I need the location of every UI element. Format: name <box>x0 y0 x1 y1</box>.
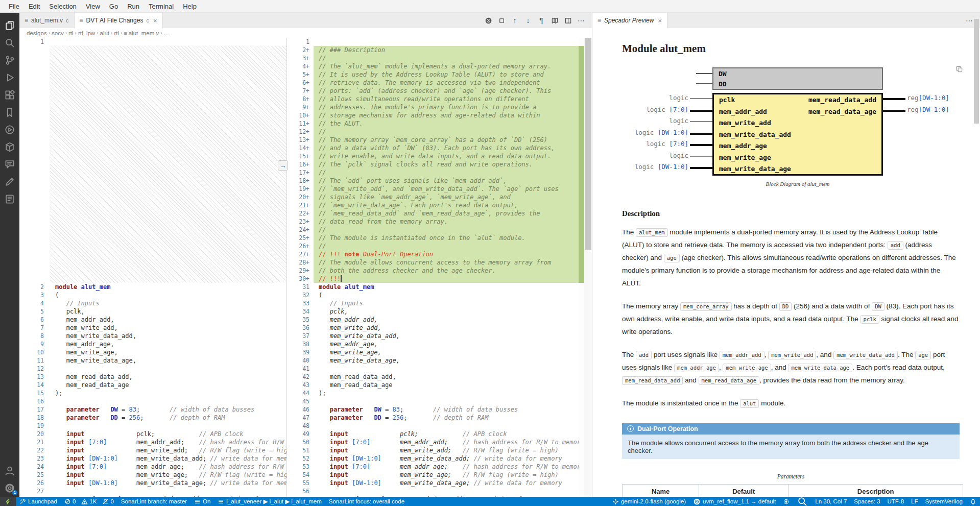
code-line[interactable]: 39 mem_write_age, <box>287 348 579 356</box>
code-line[interactable]: 48 <box>287 422 579 430</box>
arrow-down-icon[interactable]: ↓ <box>522 15 534 26</box>
code-line[interactable]: 55 input [DW-1:0] mem_write_data_age; //… <box>287 479 579 487</box>
code-line[interactable]: 26 input [DW-1:0] mem_write_data_age; //… <box>19 479 286 487</box>
sonarlint-focus[interactable]: SonarLint focus: overall code <box>325 497 408 506</box>
remote-indicator[interactable] <box>0 497 16 506</box>
code-line[interactable]: 6 mem_addr_add, <box>19 316 286 324</box>
code-line[interactable]: 35 mem_addr_add, <box>287 316 579 324</box>
code-line[interactable]: 50 input [7:0] mem_addr_add; // hash add… <box>287 438 579 446</box>
code-line[interactable]: 21+// `mem_write_data_age`. Each port's … <box>287 201 579 209</box>
tab-alut-mem-v[interactable]: ≡alut_mem.vc <box>19 13 75 28</box>
code-line[interactable]: 16 <box>19 397 286 405</box>
encoding[interactable]: UTF-8 <box>883 497 907 506</box>
scrollbar-thumb[interactable] <box>585 38 591 250</box>
code-line[interactable]: 5 pclk, <box>19 307 286 316</box>
map-icon[interactable] <box>549 15 560 26</box>
code-line[interactable]: 17+// <box>287 168 579 177</box>
account-icon[interactable] <box>0 462 19 479</box>
files-icon[interactable] <box>0 17 19 34</box>
code-line[interactable]: 25 input mem_write_age; // R/W flag (wri… <box>19 471 286 479</box>
code-line[interactable]: 18+// The `add` port uses signals like `… <box>287 177 579 185</box>
code-line[interactable]: 47 parameter DD = 256; // depth of RAM <box>287 414 579 422</box>
code-line[interactable]: 15); <box>19 389 286 397</box>
code-line[interactable]: 6+// retrieve data. The memory is access… <box>287 79 579 87</box>
editor-scrollbar[interactable] <box>584 38 592 497</box>
code-line[interactable]: 9+// addresses. The module's primary fun… <box>287 103 579 111</box>
close-icon[interactable]: × <box>153 17 157 25</box>
arrow-up-icon[interactable]: ↑ <box>509 15 520 26</box>
breadcrumb-item[interactable]: rtl_lpw <box>78 30 95 36</box>
code-line[interactable]: 15+// write enable, and write data input… <box>287 152 579 160</box>
code-line[interactable]: 32( <box>287 291 579 299</box>
code-line[interactable]: 21 input [7:0] mem_addr_add; // hash add… <box>19 438 286 446</box>
code-line[interactable]: 33 // Inputs <box>287 299 579 307</box>
code-line[interactable]: 30+// !!! <box>287 275 579 283</box>
breadcrumb-item[interactable]: designs <box>27 30 47 36</box>
code-line[interactable]: 2+// ### Description <box>287 46 579 54</box>
code-line[interactable]: 10+// storage mechanism for address and … <box>287 111 579 119</box>
code-line[interactable]: 4 // Inputs <box>19 299 286 307</box>
code-line[interactable]: 37 mem_write_data_add, <box>287 332 579 340</box>
code-line[interactable]: 41 <box>287 365 579 373</box>
comments-icon[interactable] <box>0 156 19 173</box>
code-line[interactable]: 8+// allows simultaneous read/write oper… <box>287 95 579 103</box>
breadcrumb-item[interactable]: alut <box>100 30 110 36</box>
code-line[interactable]: 10 mem_write_age, <box>19 348 286 356</box>
code-line[interactable]: 40 mem_write_data_age, <box>287 356 579 365</box>
ai-model[interactable]: gemini-2.0-flash (google) <box>609 497 689 506</box>
sonarlint-branch[interactable]: SonarLint branch: master <box>117 497 190 506</box>
uvm-flow[interactable]: uvm_ref_flow_1.1 → default <box>689 497 779 506</box>
code-line[interactable]: 1 <box>19 38 286 46</box>
code-line[interactable]: 18 parameter DD = 256; // depth of RAM <box>19 414 286 422</box>
code-line[interactable]: 8 mem_write_data_add, <box>19 332 286 340</box>
code-line[interactable]: 11+// the ALUT. <box>287 119 579 128</box>
breadcrumb-file[interactable]: alut_mem.v <box>129 30 159 36</box>
code-line[interactable]: 11 mem_write_data_age, <box>19 356 286 365</box>
menu-file[interactable]: File <box>4 3 24 10</box>
run-circle-icon[interactable] <box>0 121 19 138</box>
code-line[interactable]: 46 parameter DW = 83; // width of data b… <box>287 405 579 414</box>
extensions-icon[interactable] <box>0 86 19 104</box>
code-line[interactable]: 7 mem_write_add, <box>19 324 286 332</box>
code-line[interactable]: 16+// The `pclk` signal clocks all read … <box>287 160 579 168</box>
code-line[interactable]: 12 <box>19 365 286 373</box>
code-line[interactable]: 45 <box>287 397 579 405</box>
code-line[interactable]: 31module alut_mem <box>287 283 579 291</box>
code-line[interactable]: 52 input [DW-1:0] mem_write_data_add; //… <box>287 454 579 463</box>
more-icon[interactable]: ⋯ <box>576 15 587 26</box>
code-line[interactable]: 24 input [7:0] mem_addr_age; // hash add… <box>19 463 286 471</box>
search-icon[interactable] <box>0 34 19 52</box>
code-line[interactable]: 13+// The memory array `mem_core_array` … <box>287 136 579 144</box>
panel-scrollbar-thumb[interactable] <box>974 19 979 124</box>
notebook-icon[interactable] <box>0 190 19 208</box>
gear-icon[interactable] <box>483 15 494 26</box>
code-line[interactable]: 43 mem_read_data_age <box>287 381 579 389</box>
code-line[interactable]: 29+// both the address checker and the a… <box>287 267 579 275</box>
code-line[interactable]: 54 input mem_write_age; // R/W flag (wri… <box>287 471 579 479</box>
code-line[interactable]: 20 input pclk; // APB clock <box>19 430 286 438</box>
breadcrumb[interactable]: designs›socv›rtl›rtl_lpw›alut›rtl›≡alut_… <box>19 28 592 38</box>
menu-run[interactable]: Run <box>123 3 144 10</box>
problems[interactable]: 01K0 <box>61 497 117 506</box>
code-line[interactable]: 26+// <box>287 242 579 250</box>
code-line[interactable]: 12+// <box>287 128 579 136</box>
run-debug-icon[interactable] <box>0 69 19 86</box>
menu-terminal[interactable]: Terminal <box>144 3 178 10</box>
menu-help[interactable]: Help <box>178 3 201 10</box>
code-line[interactable]: 57 output [DW-1:0] mem_read_data_add; //… <box>287 495 579 497</box>
source-control-icon[interactable] <box>0 52 19 69</box>
code-line[interactable]: 53 input [7:0] mem_addr_age; // hash add… <box>287 463 579 471</box>
code-line[interactable]: 28 output [DW-1:0] mem_read_data_add; //… <box>19 495 286 497</box>
tab-specador-preview[interactable]: ≡ Specador Preview × <box>592 13 667 28</box>
code-line[interactable]: 9 mem_addr_age, <box>19 340 286 348</box>
split-editor-icon[interactable] <box>562 15 573 26</box>
code-line[interactable]: 13 mem_read_data_add, <box>19 373 286 381</box>
code-line[interactable]: 51 input mem_write_add; // R/W flag (wri… <box>287 446 579 454</box>
code-line[interactable]: 25+// The module is instantiated once in… <box>287 234 579 242</box>
edit-icon[interactable] <box>0 173 19 190</box>
code-line[interactable]: 5+// It is used by the Address Lookup Ta… <box>287 70 579 79</box>
tab-dvt-ai-file-changes[interactable]: ≡DVT AI File Changesc× <box>75 13 163 28</box>
breadcrumb-item[interactable]: rtl <box>114 30 119 36</box>
code-line[interactable]: 24+// <box>287 226 579 234</box>
bookmark-icon[interactable] <box>0 104 19 121</box>
